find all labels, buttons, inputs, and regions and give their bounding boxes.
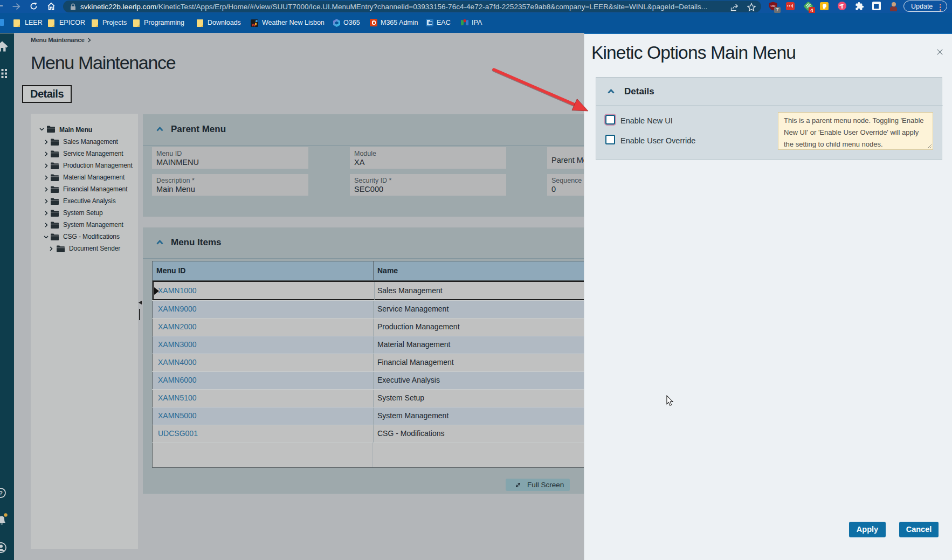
svg-text:?: ? bbox=[0, 490, 3, 496]
